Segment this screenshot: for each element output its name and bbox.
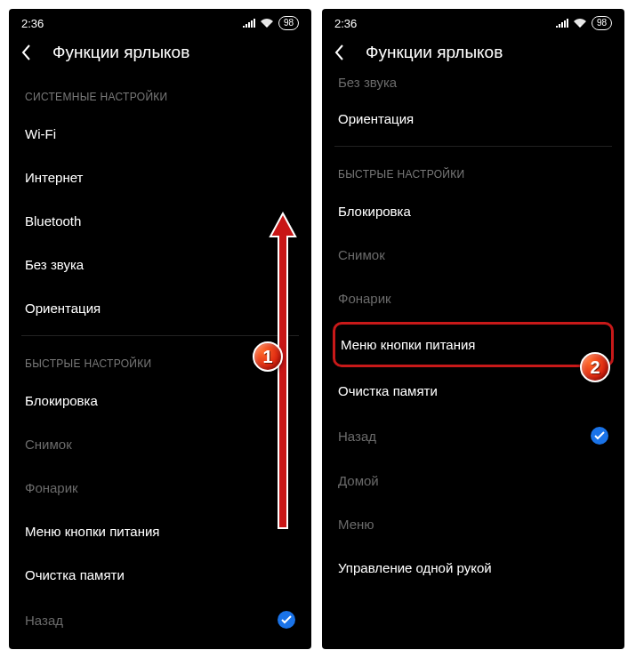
status-time: 2:36 — [21, 17, 44, 30]
phone-screen-left: 2:36 98 Функции ярлыков СИСТЕМНЫЕ НАСТРО… — [9, 9, 311, 649]
status-right: 98 — [243, 16, 299, 30]
section-system-settings: СИСТЕМНЫЕ НАСТРОЙКИ — [21, 75, 299, 112]
content-right: Без звука Ориентация БЫСТРЫЕ НАСТРОЙКИ Б… — [322, 75, 624, 590]
wifi-icon — [574, 17, 586, 30]
item-back-row[interactable]: Назад — [21, 597, 299, 643]
section-quick-settings: БЫСТРЫЕ НАСТРОЙКИ — [334, 152, 612, 189]
item-orientation[interactable]: Ориентация — [21, 286, 299, 330]
item-orientation[interactable]: Ориентация — [334, 97, 612, 140]
item-clearmem[interactable]: Очистка памяти — [334, 369, 612, 413]
status-right: 98 — [556, 16, 612, 30]
page-title: Функции ярлыков — [52, 43, 189, 62]
item-lock[interactable]: Блокировка — [21, 379, 299, 422]
check-icon — [591, 427, 608, 445]
item-silent[interactable]: Без звука — [21, 243, 299, 286]
statusbar: 2:36 98 — [322, 9, 624, 34]
check-icon — [278, 611, 295, 629]
item-powermenu[interactable]: Меню кнопки питания — [21, 510, 299, 553]
wifi-icon — [261, 17, 273, 30]
step-badge-2: 2 — [580, 352, 610, 382]
item-flashlight[interactable]: Фонарик — [21, 466, 299, 510]
item-lock[interactable]: Блокировка — [334, 189, 612, 233]
phone-screen-right: 2:36 98 Функции ярлыков Без звука Ориент… — [322, 9, 624, 649]
item-screenshot[interactable]: Снимок — [21, 422, 299, 466]
item-flashlight[interactable]: Фонарик — [334, 277, 612, 320]
statusbar: 2:36 98 — [9, 9, 311, 34]
item-bluetooth[interactable]: Bluetooth — [21, 199, 299, 243]
battery-indicator: 98 — [592, 16, 612, 30]
highlight-powermenu: Меню кнопки питания — [333, 322, 614, 367]
step-badge-1: 1 — [253, 341, 283, 372]
page-title: Функции ярлыков — [366, 43, 503, 62]
header: Функции ярлыков — [322, 34, 624, 75]
battery-indicator: 98 — [278, 16, 299, 30]
item-home[interactable]: Домой — [334, 459, 612, 502]
signal-icon — [556, 17, 568, 30]
divider — [334, 146, 612, 147]
svg-point-0 — [266, 24, 269, 27]
header: Функции ярлыков — [9, 34, 311, 75]
item-silent-cutoff[interactable]: Без звука — [334, 75, 612, 97]
item-powermenu[interactable]: Меню кнопки питания — [335, 325, 611, 365]
item-back-row[interactable]: Назад — [334, 413, 612, 459]
item-wifi[interactable]: Wi-Fi — [21, 112, 299, 156]
item-clearmem[interactable]: Очистка памяти — [21, 553, 299, 597]
item-menu[interactable]: Меню — [334, 502, 612, 546]
signal-icon — [243, 17, 255, 30]
item-onehand[interactable]: Управление одной рукой — [334, 546, 612, 590]
divider — [21, 335, 299, 336]
back-icon[interactable] — [21, 44, 31, 60]
status-time: 2:36 — [334, 17, 357, 30]
back-icon[interactable] — [334, 44, 344, 60]
item-internet[interactable]: Интернет — [21, 156, 299, 199]
svg-point-1 — [579, 24, 582, 27]
item-screenshot[interactable]: Снимок — [334, 233, 612, 277]
